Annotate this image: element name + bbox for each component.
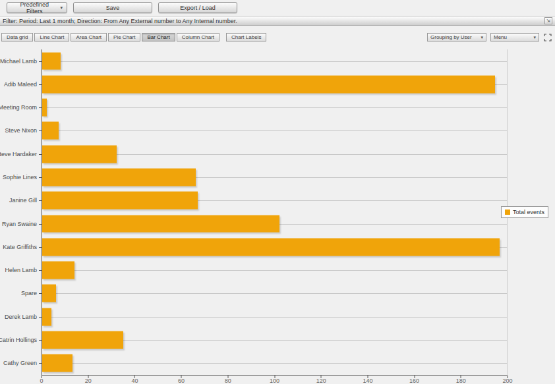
x-tick-label: 120 (316, 378, 326, 384)
bar-helen-lamb[interactable] (42, 262, 74, 279)
bar-derek-lamb[interactable] (42, 308, 51, 325)
x-tick-label: 40 (131, 378, 138, 384)
chart-row: Steve Nixon (42, 119, 507, 142)
chart-type-tabbar: Data gridLine ChartArea ChartPie ChartBa… (1, 33, 552, 42)
category-label: Helen Lamb (5, 267, 37, 273)
chevron-down-icon: ▾ (533, 35, 536, 40)
y-tick-mark (39, 61, 42, 62)
legend-label: Total events (513, 209, 544, 215)
chart-row: Ryan Swaine (42, 212, 507, 235)
predefined-filters-label: Predefined Filters (11, 1, 57, 14)
export-load-label: Export / Load (180, 5, 216, 11)
x-tick-label: 80 (225, 378, 231, 384)
save-button[interactable]: Save (73, 2, 152, 13)
grouping-select-value: Grouping by User (430, 34, 472, 40)
x-tick-label: 140 (363, 378, 372, 384)
category-label: Michael Lamb (0, 58, 37, 65)
bar-sophie-lines[interactable] (42, 169, 196, 186)
category-label: Catrin Hollings (0, 337, 37, 343)
bar-cathy-green[interactable] (42, 354, 73, 372)
chart-row: Adib Maleed (42, 72, 507, 96)
y-tick-mark (39, 363, 42, 364)
tab-bar-chart[interactable]: Bar Chart (142, 33, 175, 42)
expand-filter-icon[interactable]: ⇲ (544, 17, 552, 24)
bar-kate-griffiths[interactable] (42, 238, 500, 256)
chart-row: Helen Lamb (42, 259, 507, 282)
bar-meeting-room[interactable] (42, 99, 47, 117)
top-toolbar: Predefined Filters ▾ Save Export / Load (7, 2, 237, 13)
save-label: Save (106, 5, 120, 11)
chevron-down-icon: ▾ (60, 5, 63, 11)
bar-janine-gill[interactable] (42, 192, 198, 210)
x-axis: 020406080100120140160180200 (42, 376, 508, 384)
chart-row: Derek Lamb (42, 305, 507, 328)
y-tick-mark (39, 247, 42, 248)
bar-steve-hardaker[interactable] (42, 145, 117, 163)
category-label: Ryan Swaine (2, 221, 37, 227)
plot-area: Michael LambAdib MaleedMeeting RoomSteve… (42, 49, 508, 376)
y-tick-mark (39, 270, 42, 271)
chart-row: Kate Griffiths (42, 235, 507, 258)
chart-row: Spare (42, 282, 507, 305)
y-tick-mark (39, 200, 42, 201)
chart-row: Janine Gill (42, 189, 507, 212)
y-tick-mark (39, 154, 42, 155)
category-label: Derek Lamb (5, 314, 37, 320)
predefined-filters-button[interactable]: Predefined Filters ▾ (7, 2, 67, 13)
gridline (42, 293, 507, 294)
tab-data-grid[interactable]: Data grid (1, 33, 33, 42)
y-tick-mark (39, 317, 42, 318)
menu-select[interactable]: Menu ▾ (490, 33, 539, 42)
gridline (42, 107, 507, 108)
bar-spare[interactable] (42, 285, 56, 302)
fullscreen-icon[interactable] (543, 33, 552, 42)
y-tick-mark (39, 107, 42, 108)
category-label: Cathy Green (3, 360, 37, 366)
x-tick-label: 200 (502, 378, 512, 384)
category-label: Janine Gill (9, 197, 37, 204)
bar-steve-nixon[interactable] (42, 122, 59, 140)
category-label: Steve Nixon (5, 127, 37, 134)
grouping-select[interactable]: Grouping by User ▾ (427, 33, 486, 42)
x-tick-label: 0 (40, 378, 43, 384)
gridline (42, 317, 507, 318)
category-label: Meeting Room (0, 104, 37, 111)
bar-adib-maleed[interactable] (42, 76, 495, 94)
chart-row: Cathy Green (42, 352, 507, 375)
gridline (42, 363, 507, 364)
y-tick-mark (39, 177, 42, 178)
x-tick-label: 160 (409, 378, 419, 384)
legend-swatch-icon (505, 210, 510, 215)
tab-pie-chart[interactable]: Pie Chart (108, 33, 140, 42)
bar-chart: Michael LambAdib MaleedMeeting RoomSteve… (0, 45, 555, 384)
y-tick-mark (39, 224, 42, 225)
gridline (42, 130, 507, 131)
y-tick-mark (39, 293, 42, 294)
tab-line-chart[interactable]: Line Chart (34, 33, 69, 42)
bar-ryan-swaine[interactable] (42, 215, 279, 233)
chart-row: Michael Lamb (42, 49, 507, 72)
bar-michael-lamb[interactable] (42, 52, 61, 70)
category-label: Adib Maleed (4, 81, 37, 88)
gridline (42, 270, 507, 271)
legend[interactable]: Total events (501, 206, 548, 218)
bar-catrin-hollings[interactable] (42, 331, 123, 349)
chart-type-tabs: Data gridLine ChartArea ChartPie ChartBa… (1, 33, 268, 42)
x-tick-label: 180 (456, 378, 466, 384)
tab-area-chart[interactable]: Area Chart (71, 33, 107, 42)
x-tick-label: 100 (270, 378, 279, 384)
chart-row: Catrin Hollings (42, 328, 507, 351)
category-label: Sophie Lines (3, 174, 37, 181)
tab-column-chart[interactable]: Column Chart (177, 33, 219, 42)
bottom-strip (0, 384, 555, 392)
filter-summary-text: Filter: Period: Last 1 month; Direction:… (3, 18, 544, 24)
filter-bar: Filter: Period: Last 1 month; Direction:… (0, 16, 555, 26)
chart-row: Sophie Lines (42, 165, 507, 188)
export-load-button[interactable]: Export / Load (158, 2, 237, 13)
menu-select-value: Menu (494, 34, 507, 40)
y-tick-mark (39, 340, 42, 341)
tab-chart-labels[interactable]: Chart Labels (226, 33, 266, 42)
chevron-down-icon: ▾ (481, 35, 483, 40)
app-window: Predefined Filters ▾ Save Export / Load … (0, 0, 555, 392)
category-label: Steve Hardaker (0, 151, 37, 157)
